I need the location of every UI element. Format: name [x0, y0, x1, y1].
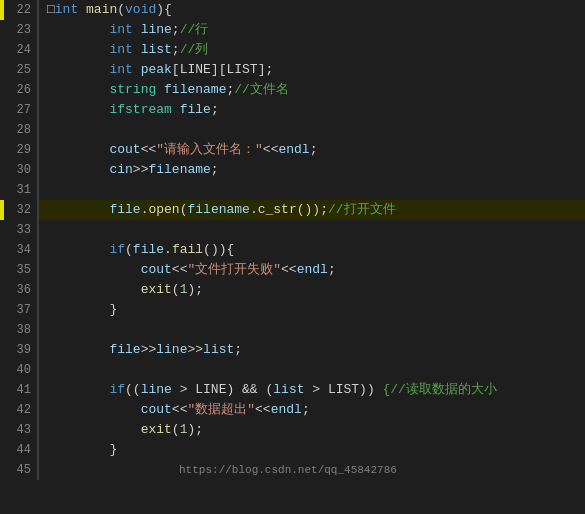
line-content: if((line > LINE) && (list > LIST)) {//读取… [39, 380, 585, 400]
token-var: endl [278, 142, 309, 157]
token-plain: << [172, 262, 188, 277]
token-plain [47, 42, 109, 57]
token-plain [47, 422, 141, 437]
token-plain: >> [141, 342, 157, 357]
token-plain: . [250, 202, 258, 217]
token-fn: open [148, 202, 179, 217]
line-number: 23 [4, 20, 39, 40]
token-plain [172, 102, 180, 117]
token-cn: string [109, 82, 156, 97]
code-line: 23 int line;//行 [0, 20, 585, 40]
token-plain [47, 82, 109, 97]
code-line: 27 ifstream file; [0, 100, 585, 120]
line-number: 22 [4, 0, 39, 20]
token-plain: > LIST)) [305, 382, 383, 397]
line-number: 29 [4, 140, 39, 160]
token-kw: int [55, 2, 78, 17]
token-var: cout [109, 142, 140, 157]
token-plain: ( [117, 2, 125, 17]
token-plain: ; [211, 102, 219, 117]
token-plain: . [164, 242, 172, 257]
token-plain: ); [187, 422, 203, 437]
code-line: 36 exit(1); [0, 280, 585, 300]
line-content [39, 120, 585, 140]
code-line: 31 [0, 180, 585, 200]
token-plain: ()); [297, 202, 328, 217]
line-content [39, 360, 585, 380]
code-line: 45 https://blog.csdn.net/qq_45842786 [0, 460, 585, 480]
line-number: 39 [4, 340, 39, 360]
line-content: cout<<"请输入文件名："<<endl; [39, 140, 585, 160]
token-kw: if [109, 242, 125, 257]
token-plain: << [263, 142, 279, 157]
token-plain: ()){ [203, 242, 234, 257]
token-var: file [133, 242, 164, 257]
token-plain [47, 282, 141, 297]
line-number: 24 [4, 40, 39, 60]
token-kw: void [125, 2, 156, 17]
line-number: 27 [4, 100, 39, 120]
line-number: 43 [4, 420, 39, 440]
token-plain [133, 42, 141, 57]
token-plain [156, 82, 164, 97]
code-line: 30 cin>>filename; [0, 160, 585, 180]
line-content [39, 220, 585, 240]
line-content: exit(1); [39, 280, 585, 300]
token-plain: << [281, 262, 297, 277]
token-plain: □ [47, 2, 55, 17]
line-content: ifstream file; [39, 100, 585, 120]
code-line: 33 [0, 220, 585, 240]
token-var: filename [164, 82, 226, 97]
token-fn: exit [141, 422, 172, 437]
token-cm: //列 [180, 42, 209, 57]
line-number: 30 [4, 160, 39, 180]
code-line: 43 exit(1); [0, 420, 585, 440]
token-cm: //文件名 [234, 82, 289, 97]
code-editor: 22□int main(void){23 int line;//行24 int … [0, 0, 585, 514]
token-plain [47, 342, 109, 357]
token-var: cin [109, 162, 132, 177]
token-plain: ( [172, 422, 180, 437]
token-plain: ; [172, 42, 180, 57]
code-line: 26 string filename;//文件名 [0, 80, 585, 100]
line-number: 40 [4, 360, 39, 380]
token-plain: << [141, 142, 157, 157]
token-var: line [141, 382, 172, 397]
line-number: 44 [4, 440, 39, 460]
token-plain: ; [328, 262, 336, 277]
token-plain: ( [125, 242, 133, 257]
token-plain [78, 2, 86, 17]
token-plain: ; [302, 402, 310, 417]
code-line: 29 cout<<"请输入文件名："<<endl; [0, 140, 585, 160]
line-number: 28 [4, 120, 39, 140]
token-var: filename [148, 162, 210, 177]
line-content: file>>line>>list; [39, 340, 585, 360]
line-number: 38 [4, 320, 39, 340]
token-kw: int [109, 62, 132, 77]
line-content: https://blog.csdn.net/qq_45842786 [39, 460, 585, 480]
token-var: line [156, 342, 187, 357]
token-var: file [109, 202, 140, 217]
token-plain [47, 262, 141, 277]
token-plain: >> [133, 162, 149, 177]
code-line: 42 cout<<"数据超出"<<endl; [0, 400, 585, 420]
token-cn: ifstream [109, 102, 171, 117]
line-number: 42 [4, 400, 39, 420]
token-plain: ; [234, 342, 242, 357]
token-plain [47, 102, 109, 117]
token-plain: (( [125, 382, 141, 397]
code-line: 35 cout<<"文件打开失败"<<endl; [0, 260, 585, 280]
code-line: 34 if(file.fail()){ [0, 240, 585, 260]
code-line: 22□int main(void){ [0, 0, 585, 20]
token-plain: ; [172, 22, 180, 37]
token-var: line [141, 22, 172, 37]
token-plain: } [47, 442, 117, 457]
token-var: filename [187, 202, 249, 217]
code-line: 39 file>>line>>list; [0, 340, 585, 360]
code-line: 41 if((line > LINE) && (list > LIST)) {/… [0, 380, 585, 400]
token-plain: } [47, 302, 117, 317]
line-number: 37 [4, 300, 39, 320]
token-plain: >> [187, 342, 203, 357]
line-content: exit(1); [39, 420, 585, 440]
line-content: cout<<"数据超出"<<endl; [39, 400, 585, 420]
